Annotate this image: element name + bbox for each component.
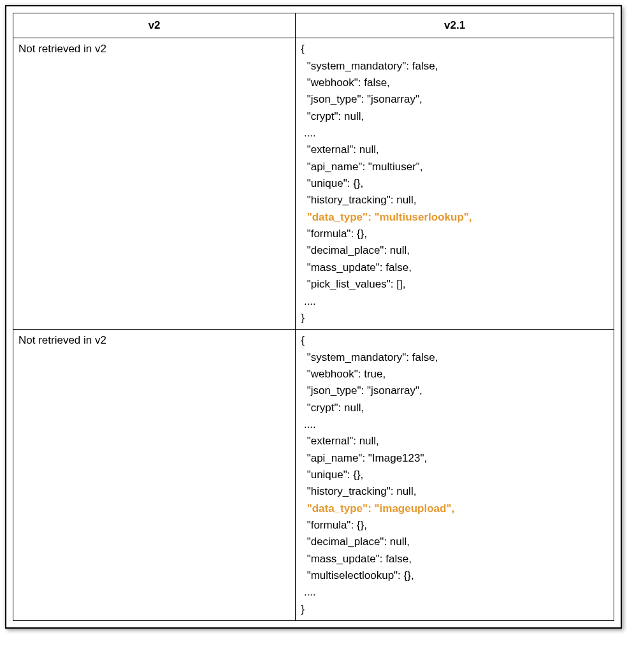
json-snippet: { "system_mandatory": false, "webhook": … — [301, 332, 609, 618]
json-pre: { "system_mandatory": false, "webhook": … — [301, 43, 438, 206]
json-highlight: "data_type": "imageupload", — [301, 502, 454, 515]
page-container: v2 v2.1 Not retrieved in v2 { "system_ma… — [5, 5, 622, 629]
json-post: "formula": {}, "decimal_place": null, "m… — [301, 228, 412, 324]
cell-v21: { "system_mandatory": false, "webhook": … — [296, 330, 614, 621]
json-pre: { "system_mandatory": false, "webhook": … — [301, 334, 438, 497]
table-header-row: v2 v2.1 — [13, 13, 614, 38]
json-snippet: { "system_mandatory": false, "webhook": … — [301, 41, 609, 326]
not-retrieved-text: Not retrieved in v2 — [18, 43, 106, 55]
cell-v2: Not retrieved in v2 — [13, 38, 296, 330]
table-row: Not retrieved in v2 { "system_mandatory"… — [13, 38, 614, 330]
header-v2: v2 — [13, 13, 296, 38]
comparison-table: v2 v2.1 Not retrieved in v2 { "system_ma… — [13, 13, 614, 621]
header-v21: v2.1 — [296, 13, 614, 38]
content-box: v2 v2.1 Not retrieved in v2 { "system_ma… — [5, 5, 622, 629]
table-row: Not retrieved in v2 { "system_mandatory"… — [13, 330, 614, 621]
not-retrieved-text: Not retrieved in v2 — [18, 334, 106, 346]
cell-v21: { "system_mandatory": false, "webhook": … — [296, 38, 614, 330]
json-post: "formula": {}, "decimal_place": null, "m… — [301, 519, 414, 615]
json-highlight: "data_type": "multiuserlookup", — [301, 211, 472, 223]
cell-v2: Not retrieved in v2 — [13, 330, 296, 621]
